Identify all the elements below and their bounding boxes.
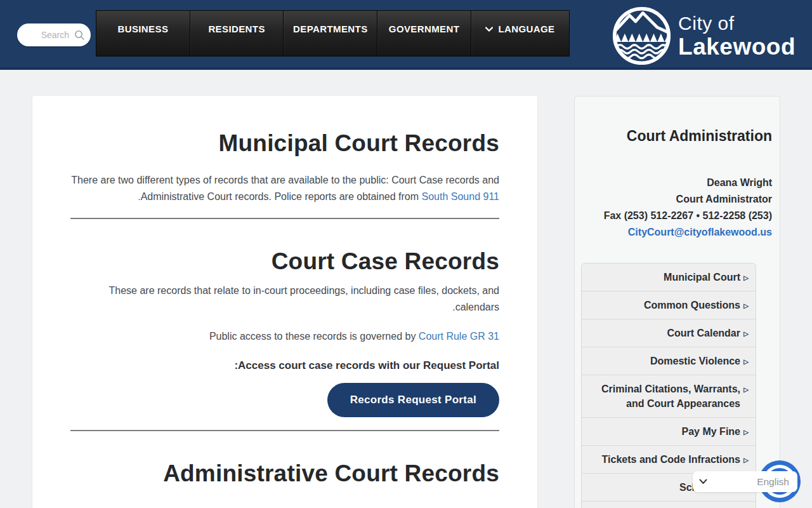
content-area: Court Administration Deana Wright Court … <box>0 96 812 508</box>
main-content: Municipal Court Records There are two di… <box>32 96 537 508</box>
contact-name: Deana Wright <box>582 175 772 191</box>
selected-language-label: English <box>757 476 789 488</box>
sidebar-title: Court Administration <box>582 127 772 145</box>
search-box[interactable] <box>17 23 91 46</box>
page-title: Municipal Court Records <box>70 129 499 158</box>
sidebar-item-domestic-violence[interactable]: Domestic Violence ▷ <box>581 347 756 375</box>
intro-paragraph: There are two different types of records… <box>70 172 499 205</box>
court-case-records-title: Court Case Records <box>70 247 499 276</box>
sidebar: Court Administration Deana Wright Court … <box>574 96 780 508</box>
section-divider <box>70 430 499 431</box>
brand-line1: City of <box>678 13 796 34</box>
nav-item-language[interactable]: LANGUAGE <box>471 11 569 56</box>
language-selector[interactable]: English <box>693 471 797 492</box>
brand-text: City of Lakewood <box>678 13 796 60</box>
chevron-down-icon <box>485 27 493 32</box>
court-case-paragraph: These are records that relate to in-cour… <box>70 283 499 316</box>
triangle-right-icon: ▷ <box>743 453 749 467</box>
contact-role: Court Administrator <box>582 191 772 208</box>
triangle-right-icon: ▷ <box>743 271 749 285</box>
search-icon <box>74 29 85 41</box>
triangle-right-icon: ▷ <box>743 354 749 369</box>
sidebar-item-municipal-court[interactable]: Municipal Court ▷ <box>581 263 756 291</box>
sidebar-item-criminal-citations[interactable]: Criminal Citations, Warrants, and Court … <box>581 375 756 418</box>
administrative-court-records-title: Administrative Court Records <box>70 459 499 488</box>
contact-email-link[interactable]: CityCourt@cityoflakewood.us <box>582 224 772 241</box>
city-logo[interactable]: City of Lakewood <box>612 6 796 66</box>
sidebar-item-court-calendar[interactable]: Court Calendar ▷ <box>581 319 756 347</box>
sidebar-item-common-questions[interactable]: Common Questions ▷ <box>581 291 756 319</box>
triangle-right-icon: ▷ <box>743 298 749 313</box>
lakewood-logo-icon <box>612 6 672 66</box>
site-header: BUSINESS RESIDENTS DEPARTMENTS GOVERNMEN… <box>0 0 812 70</box>
records-request-portal-button[interactable]: Records Request Portal <box>327 383 499 417</box>
brand-line2: Lakewood <box>678 34 796 60</box>
access-records-label: Access court case records with our Reque… <box>70 358 499 374</box>
nav-item-business[interactable]: BUSINESS <box>96 11 190 56</box>
contact-phone: (253) 512-2258 • Fax (253) 512-2267 <box>582 208 772 224</box>
main-navigation: BUSINESS RESIDENTS DEPARTMENTS GOVERNMEN… <box>96 10 570 57</box>
chevron-down-icon <box>699 479 707 485</box>
triangle-right-icon: ▷ <box>743 382 749 397</box>
triangle-right-icon: ▷ <box>743 425 749 439</box>
triangle-right-icon: ▷ <box>743 326 749 341</box>
nav-item-government[interactable]: GOVERNMENT <box>377 11 471 56</box>
nav-item-departments[interactable]: DEPARTMENTS <box>283 11 377 56</box>
contact-block: Deana Wright Court Administrator (253) 5… <box>582 175 772 241</box>
sidebar-item-pay-my-fine[interactable]: Pay My Fine ▷ <box>581 417 756 446</box>
section-divider <box>70 218 499 219</box>
nav-item-residents[interactable]: RESIDENTS <box>190 11 284 56</box>
public-access-paragraph: Public access to these records is govern… <box>70 328 499 345</box>
sidebar-item-tickets-code-infractions[interactable]: Tickets and Code Infractions ▷ <box>581 445 756 474</box>
court-rule-gr31-link[interactable]: Court Rule GR 31 <box>419 331 499 342</box>
sidebar-item-electronic-speed-measuring[interactable]: Electronic Speed Measuring Devices ▷ <box>581 501 756 508</box>
